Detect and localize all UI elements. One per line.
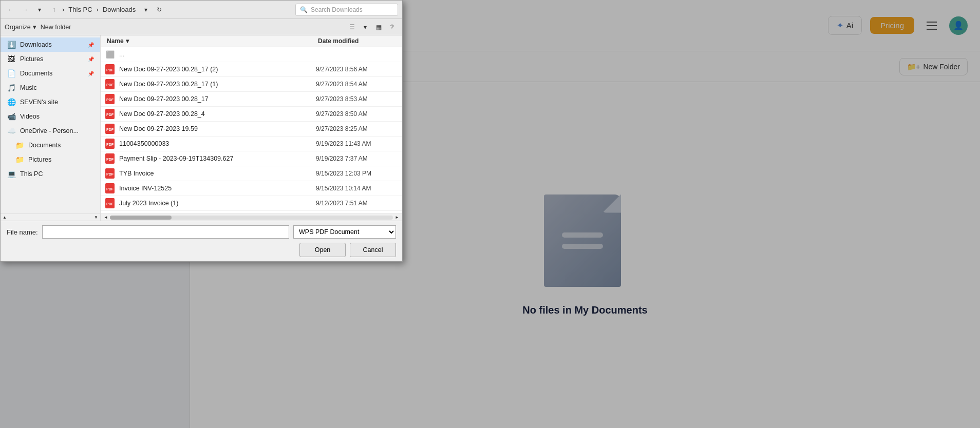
table-row[interactable]: PDF TYB Invoice 9/15/2023 12:03 PM [101, 166, 402, 181]
onedrive-docs-icon: 📁 [15, 141, 24, 150]
dialog-search-box[interactable]: 🔍 Search Downloads [295, 4, 398, 16]
pin-icon-pictures: 📌 [88, 56, 94, 62]
table-row[interactable]: PDF Invoice INV-12525 9/15/2023 10:14 AM [101, 181, 402, 196]
pdf-icon: PDF [105, 109, 115, 119]
pin-icon-downloads: 📌 [88, 42, 94, 48]
dialog-path: › This PC › Downloads ▾ ↻ [62, 4, 165, 16]
file-list-header: Name ▾ Date modified [101, 35, 402, 47]
view-list-button[interactable]: ☰ [346, 21, 358, 33]
path-refresh-button[interactable]: ↻ [153, 4, 165, 16]
hscroll-thumb [110, 216, 172, 220]
svg-text:PDF: PDF [106, 128, 114, 131]
horizontal-scrollbar-area: ▲ ▼ ◄ ► [1, 213, 402, 221]
sidebar-item-thispc[interactable]: 💻 This PC [1, 167, 100, 181]
onedrive-icon: ☁️ [7, 126, 16, 135]
documents-icon: 📄 [7, 69, 16, 78]
pdf-icon: PDF [105, 124, 115, 134]
sidebar-item-onedrive[interactable]: ☁️ OneDrive - Person... [1, 124, 100, 138]
organize-button[interactable]: Organize ▾ [5, 23, 36, 31]
hscroll-track[interactable] [110, 216, 393, 220]
path-downloads[interactable]: Downloads [100, 5, 139, 14]
file-name-row: File name: WPS PDF Document [7, 225, 396, 239]
file-name-label: File name: [7, 228, 38, 236]
new-folder-dialog-button[interactable]: New folder [41, 24, 71, 31]
file-name-input[interactable] [42, 225, 289, 239]
svg-text:PDF: PDF [106, 172, 114, 176]
svg-text:PDF: PDF [106, 202, 114, 206]
svg-text:PDF: PDF [106, 143, 114, 146]
sidebar-item-onedrive-pictures[interactable]: 📁 Pictures [1, 152, 100, 167]
column-date[interactable]: Date modified [316, 37, 398, 45]
dialog-file-list[interactable]: Name ▾ Date modified ⬛ ... PDF New Doc 0… [101, 35, 402, 213]
svg-text:PDF: PDF [106, 68, 114, 72]
pdf-icon: PDF [105, 94, 115, 104]
table-row[interactable]: PDF New Doc 09-27-2023 00.28_17 9/27/202… [101, 92, 402, 107]
table-row[interactable]: PDF 11004350000033 9/19/2023 11:43 AM [101, 137, 402, 151]
videos-icon: 📹 [7, 112, 16, 121]
table-row[interactable]: PDF New Doc 09-27-2023 00.28_17 (1) 9/27… [101, 77, 402, 92]
dialog-up-button[interactable]: ↑ [48, 4, 60, 16]
path-arrow-icon: › [62, 6, 64, 13]
svg-text:PDF: PDF [106, 158, 114, 161]
svg-text:PDF: PDF [106, 187, 114, 191]
sort-icon: ▾ [126, 37, 129, 45]
cancel-button[interactable]: Cancel [350, 243, 396, 257]
organize-label: Organize [5, 24, 31, 31]
view-dropdown-button[interactable]: ▾ [359, 21, 371, 33]
dialog-forward-button[interactable]: → [19, 4, 31, 16]
sidebar-scroll-up[interactable]: ▲ [2, 215, 8, 221]
dialog-recent-button[interactable]: ▾ [33, 4, 46, 16]
pdf-icon: ⬛ [105, 49, 115, 60]
path-dropdown-button[interactable]: ▾ [140, 4, 152, 16]
dialog-body: ⬇️ Downloads 📌 🖼 Pictures 📌 📄 Documents … [1, 35, 402, 213]
view-grid-button[interactable]: ▦ [372, 21, 385, 33]
sidebar-scroll-down[interactable]: ▼ [93, 215, 99, 221]
table-row[interactable]: PDF New Doc 09-27-2023 19.59 9/27/2023 8… [101, 122, 402, 137]
path-thispc[interactable]: This PC [65, 5, 95, 14]
pdf-icon: PDF [105, 64, 115, 74]
hscroll-right[interactable]: ► [394, 215, 400, 221]
new-folder-dialog-label: New folder [41, 24, 71, 31]
pdf-icon: PDF [105, 79, 115, 89]
sidebar-item-downloads[interactable]: ⬇️ Downloads 📌 [1, 37, 100, 52]
table-row[interactable]: PDF New Doc 09-27-2023 00.28_4 9/27/2023… [101, 107, 402, 122]
svg-text:PDF: PDF [106, 98, 114, 102]
svg-text:PDF: PDF [106, 83, 114, 87]
sidebar-item-sevens-site[interactable]: 🌐 SEVEN's site [1, 95, 100, 109]
help-button[interactable]: ? [386, 21, 398, 33]
dialog-buttons: Open Cancel [7, 243, 396, 257]
dialog-search-icon: 🔍 [300, 6, 308, 13]
table-row[interactable]: PDF Payment Slip - 2023-09-19T134309.627… [101, 151, 402, 166]
organize-dropdown-icon: ▾ [33, 23, 36, 31]
hscroll-left[interactable]: ◄ [103, 215, 109, 221]
column-name[interactable]: Name ▾ [105, 37, 316, 45]
sidebar-item-onedrive-documents[interactable]: 📁 Documents [1, 138, 100, 152]
dialog-sidebar: ⬇️ Downloads 📌 🖼 Pictures 📌 📄 Documents … [1, 35, 101, 213]
dialog-search-placeholder: Search Downloads [311, 6, 363, 13]
file-type-select[interactable]: WPS PDF Document [293, 225, 396, 239]
pdf-icon: PDF [105, 168, 115, 179]
sidebar-item-music[interactable]: 🎵 Music [1, 81, 100, 95]
svg-text:PDF: PDF [106, 113, 114, 116]
thispc-icon: 💻 [7, 169, 16, 179]
dialog-toolbar: ← → ▾ ↑ › This PC › Downloads ▾ ↻ 🔍 Sear… [1, 1, 402, 19]
table-row[interactable]: ⬛ ... [101, 47, 402, 62]
sidebar-item-documents[interactable]: 📄 Documents 📌 [1, 66, 100, 81]
table-row[interactable]: PDF New Doc 09-27-2023 00.28_17 (2) 9/27… [101, 62, 402, 77]
pictures-icon: 🖼 [7, 54, 16, 64]
table-row[interactable]: PDF July 2023 Invoice (1) 9/12/2023 7:51… [101, 196, 402, 211]
pdf-icon: PDF [105, 139, 115, 149]
dialog-second-toolbar: Organize ▾ New folder ☰ ▾ ▦ ? [1, 19, 402, 35]
dialog-back-button[interactable]: ← [5, 4, 17, 16]
pin-icon-documents: 📌 [88, 71, 94, 76]
file-dialog: ← → ▾ ↑ › This PC › Downloads ▾ ↻ 🔍 Sear… [0, 0, 403, 262]
sidebar-item-videos[interactable]: 📹 Videos [1, 109, 100, 124]
onedrive-pics-icon: 📁 [15, 155, 24, 164]
dialog-footer: File name: WPS PDF Document Open Cancel [1, 221, 402, 261]
pdf-icon: PDF [105, 198, 115, 208]
pdf-icon: PDF [105, 153, 115, 164]
open-button[interactable]: Open [299, 243, 346, 257]
path-separator: › [97, 6, 99, 13]
sidebar-item-pictures[interactable]: 🖼 Pictures 📌 [1, 52, 100, 66]
view-buttons: ☰ ▾ ▦ ? [346, 21, 398, 33]
